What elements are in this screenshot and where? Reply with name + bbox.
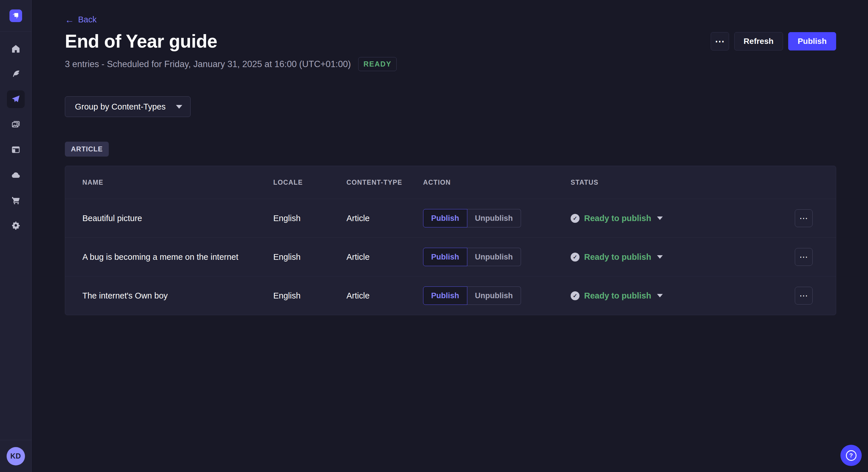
logo-container <box>0 0 31 32</box>
table-row: The internet's Own boy English Article P… <box>65 276 836 315</box>
column-header-content-type: CONTENT-TYPE <box>346 179 423 187</box>
header-actions: ⋯ Refresh Publish <box>711 32 836 50</box>
entry-name: A bug is becoming a meme on the internet <box>65 252 273 262</box>
feather-icon <box>11 69 21 79</box>
row-unpublish-button[interactable]: Unpublish <box>467 286 521 305</box>
help-button[interactable]: ? <box>840 445 862 466</box>
sidebar-item-content-type-builder[interactable] <box>7 141 25 159</box>
sidebar-item-home[interactable] <box>7 40 25 58</box>
release-status-badge: READY <box>358 57 397 71</box>
paper-plane-icon <box>11 94 21 104</box>
user-avatar[interactable]: KD <box>7 447 25 465</box>
release-subtitle: 3 entries - Scheduled for Friday, Januar… <box>65 59 351 69</box>
chevron-down-icon <box>176 105 182 109</box>
column-header-name: NAME <box>65 179 273 187</box>
entry-name: Beautiful picture <box>65 214 273 223</box>
more-options-button[interactable]: ⋯ <box>711 32 729 50</box>
sidebar-item-media-library[interactable] <box>7 115 25 133</box>
row-publish-button[interactable]: Publish <box>423 209 467 227</box>
back-label: Back <box>78 15 96 24</box>
entry-status-control[interactable]: ✓ Ready to publish <box>570 214 663 223</box>
sidebar: KD <box>0 0 32 472</box>
row-menu-button[interactable]: ⋯ <box>795 287 813 305</box>
sidebar-nav <box>0 32 31 440</box>
entry-status-label: Ready to publish <box>584 214 651 223</box>
sidebar-item-cloud[interactable] <box>7 166 25 184</box>
entry-name: The internet's Own boy <box>65 291 273 301</box>
entry-status-label: Ready to publish <box>584 291 651 301</box>
chevron-down-icon <box>657 294 663 297</box>
check-circle-icon: ✓ <box>570 214 580 223</box>
row-menu-button[interactable]: ⋯ <box>795 248 813 266</box>
cart-icon <box>11 195 21 205</box>
row-menu-button[interactable]: ⋯ <box>795 209 813 227</box>
row-unpublish-button[interactable]: Unpublish <box>467 248 521 266</box>
entry-status-control[interactable]: ✓ Ready to publish <box>570 291 663 301</box>
layout-icon <box>11 144 21 155</box>
group-by-label: Group by Content-Types <box>75 102 166 111</box>
action-segmented-control: Publish Unpublish <box>423 209 570 227</box>
entry-status-control[interactable]: ✓ Ready to publish <box>570 252 663 262</box>
entry-status-label: Ready to publish <box>584 252 651 262</box>
release-meta-row: 3 entries - Scheduled for Friday, Januar… <box>65 57 836 71</box>
action-segmented-control: Publish Unpublish <box>423 248 570 266</box>
question-mark-icon: ? <box>846 450 857 461</box>
entry-content-type: Article <box>346 214 423 223</box>
column-header-action: ACTION <box>423 179 570 187</box>
table-row: Beautiful picture English Article Publis… <box>65 199 836 237</box>
main-content: ← Back End of Year guide 3 entries - Sch… <box>32 0 868 472</box>
strapi-logo-glyph <box>11 11 21 21</box>
check-circle-icon: ✓ <box>570 252 580 262</box>
sidebar-item-settings[interactable] <box>7 216 25 234</box>
row-publish-button[interactable]: Publish <box>423 286 467 305</box>
sidebar-item-content-manager[interactable] <box>7 65 25 83</box>
column-header-status: STATUS <box>570 179 795 187</box>
group-by-dropdown[interactable]: Group by Content-Types <box>65 96 191 117</box>
gear-icon <box>11 220 21 231</box>
home-icon <box>11 43 21 54</box>
back-arrow-icon: ← <box>65 15 74 24</box>
check-circle-icon: ✓ <box>570 291 580 300</box>
entry-locale: English <box>273 291 346 301</box>
entry-content-type: Article <box>346 252 423 262</box>
publish-release-button[interactable]: Publish <box>788 32 836 50</box>
sidebar-item-marketplace[interactable] <box>7 191 25 209</box>
entry-locale: English <box>273 252 346 262</box>
entry-locale: English <box>273 214 346 223</box>
refresh-button[interactable]: Refresh <box>734 32 783 50</box>
back-link[interactable]: ← Back <box>65 15 96 24</box>
action-segmented-control: Publish Unpublish <box>423 286 570 305</box>
pictures-icon <box>11 119 21 130</box>
content-type-group-chip: ARTICLE <box>65 142 109 157</box>
entry-content-type: Article <box>346 291 423 301</box>
sidebar-footer: KD <box>0 440 31 472</box>
row-publish-button[interactable]: Publish <box>423 248 467 266</box>
table-header-row: NAME LOCALE CONTENT-TYPE ACTION STATUS <box>65 166 836 199</box>
cloud-icon <box>11 170 21 180</box>
chevron-down-icon <box>657 255 663 259</box>
column-header-locale: LOCALE <box>273 179 346 187</box>
sidebar-item-releases[interactable] <box>7 90 25 108</box>
release-entries-table: NAME LOCALE CONTENT-TYPE ACTION STATUS B… <box>65 166 836 315</box>
table-row: A bug is becoming a meme on the internet… <box>65 237 836 276</box>
chevron-down-icon <box>657 216 663 220</box>
row-unpublish-button[interactable]: Unpublish <box>467 209 521 227</box>
strapi-logo-icon[interactable] <box>9 9 22 22</box>
